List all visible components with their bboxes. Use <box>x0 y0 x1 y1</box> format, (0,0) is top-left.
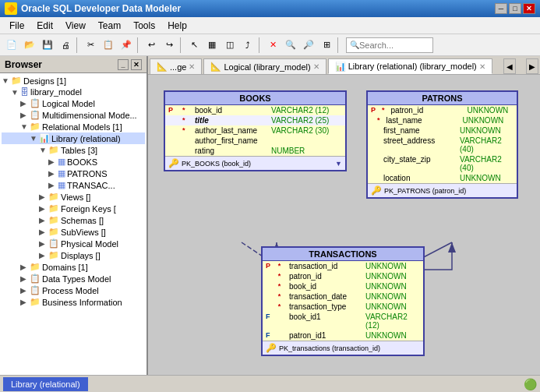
main-layout: Browser _ ✕ ▼ 📁 Designs [1] ▼ 🗄 library_… <box>0 56 540 375</box>
separator-2 <box>137 37 140 53</box>
tab-ge-label: ...ge <box>170 62 186 72</box>
maximize-button[interactable]: □ <box>509 3 521 14</box>
tree-designs[interactable]: ▼ 📁 Designs [1] <box>2 75 145 87</box>
tab-nav-left[interactable]: ◀ <box>503 58 516 74</box>
patrons-row-5: city_state_zip VARCHAR2 (40) <box>368 154 517 173</box>
tree-datatypes[interactable]: ▶ 📋 Data Types Model <box>2 273 145 284</box>
table-books-header: BOOKS <box>165 92 345 105</box>
tb-zoom-out[interactable]: 🔍 <box>282 37 299 54</box>
table-books[interactable]: BOOKS P * book_id VARCHAR2 (12) * title … <box>164 90 347 171</box>
tree-business[interactable]: ▶ 📁 Business Information <box>2 296 145 308</box>
tb-new[interactable]: 📄 <box>3 37 20 54</box>
trans-row-7: F patron_id1 UNKNOWN <box>263 330 423 341</box>
close-button[interactable]: ✕ <box>523 3 535 14</box>
tb-fit[interactable]: ⊞ <box>318 37 335 54</box>
window-controls: ─ □ ✕ <box>495 3 535 14</box>
tree-subviews[interactable]: ▶ 📁 SubViews [] <box>2 226 145 238</box>
patrons-row-1: P * patron_id UNKNOWN <box>368 105 517 115</box>
tree-patrons[interactable]: ▶ ▦ PATRONS <box>2 168 145 179</box>
tb-paste[interactable]: 📌 <box>118 37 135 54</box>
tree-multidim[interactable]: ▶ 📋 Multidimensional Mode... <box>2 109 145 121</box>
tree-process[interactable]: ▶ 📋 Process Model <box>2 284 145 296</box>
menu-tools[interactable]: Tools <box>127 19 161 33</box>
table-patrons[interactable]: PATRONS P * patron_id UNKNOWN * last_nam… <box>366 90 518 199</box>
tab-logical[interactable]: 📐 Logical (library_model) ✕ <box>203 58 326 74</box>
menu-bar: File Edit View Team Tools Help <box>0 17 540 34</box>
tb-cut[interactable]: ✂ <box>82 37 99 54</box>
tb-arrow[interactable]: ↖ <box>185 37 203 54</box>
tb-fk[interactable]: ⤴ <box>239 37 256 54</box>
tab-logical-close[interactable]: ✕ <box>313 62 319 71</box>
browser-panel: Browser _ ✕ ▼ 📁 Designs [1] ▼ 🗄 library_… <box>0 56 148 375</box>
search-box: 🔍 <box>346 37 433 53</box>
trans-row-3: * book_id UNKNOWN <box>263 281 423 291</box>
title-bar: 🔶 Oracle SQL Developer Data Modeler ─ □ … <box>0 0 540 17</box>
separator-5 <box>337 37 341 53</box>
status-bar: Library (relational) 🟢 <box>0 375 540 392</box>
tab-nav-right[interactable]: ▶ <box>526 58 538 74</box>
separator-1 <box>76 37 79 53</box>
tree-domains[interactable]: ▶ 📁 Domains [1] <box>2 261 145 273</box>
tb-undo[interactable]: ↩ <box>143 37 160 54</box>
tree-tables[interactable]: ▼ 📁 Tables [3] <box>2 144 145 156</box>
search-input[interactable] <box>359 41 429 50</box>
tb-copy[interactable]: 📋 <box>100 37 117 54</box>
menu-edit[interactable]: Edit <box>30 19 59 33</box>
menu-team[interactable]: Team <box>92 19 127 33</box>
tb-open[interactable]: 📂 <box>21 37 38 54</box>
browser-close[interactable]: ✕ <box>131 59 142 70</box>
tree-library-relational[interactable]: ▼ 📊 Library (relational) <box>2 132 145 144</box>
tabs-bar: 📐 ...ge ✕ 📐 Logical (library_model) ✕ 📊 … <box>148 56 540 75</box>
trans-row-5: * transaction_type UNKNOWN <box>263 302 423 312</box>
app-icon: 🔶 <box>5 2 17 15</box>
menu-help[interactable]: Help <box>161 19 193 33</box>
tab-ge-close[interactable]: ✕ <box>189 62 195 71</box>
tb-zoom-in[interactable]: 🔎 <box>300 37 317 54</box>
browser-tree: ▼ 📁 Designs [1] ▼ 🗄 library_model ▶ 📋 Lo… <box>0 73 146 375</box>
tree-books[interactable]: ▶ ▦ BOOKS <box>2 156 145 168</box>
status-tab-library[interactable]: Library (relational) <box>3 377 88 391</box>
er-canvas-area[interactable]: BOOKS P * book_id VARCHAR2 (12) * title … <box>148 75 540 375</box>
svg-marker-5 <box>448 242 456 253</box>
browser-title: Browser <box>5 59 42 70</box>
tab-library-close[interactable]: ✕ <box>479 62 485 71</box>
minimize-button[interactable]: ─ <box>495 3 507 14</box>
separator-4 <box>259 37 262 53</box>
trans-row-2: * patron_id UNKNOWN <box>263 271 423 281</box>
app-title: Oracle SQL Developer Data Modeler <box>21 3 495 14</box>
tree-transactions[interactable]: ▶ ▦ TRANSAC... <box>2 179 145 191</box>
trans-row-6: F book_id1 VARCHAR2 (12) <box>263 312 423 330</box>
table-patrons-header: PATRONS <box>368 92 517 105</box>
books-row-3: * author_last_name VARCHAR2 (30) <box>165 125 345 136</box>
browser-minimize[interactable]: _ <box>118 59 129 70</box>
tab-ge[interactable]: 📐 ...ge ✕ <box>150 58 202 74</box>
separator-3 <box>180 37 183 53</box>
menu-file[interactable]: File <box>3 19 30 33</box>
status-tab-label: Library (relational) <box>11 380 80 389</box>
er-canvas: BOOKS P * book_id VARCHAR2 (12) * title … <box>156 83 506 348</box>
tb-print[interactable]: 🖨 <box>57 37 74 54</box>
tb-save[interactable]: 💾 <box>39 37 56 54</box>
tb-delete[interactable]: ✕ <box>264 37 281 54</box>
tree-logical-model[interactable]: ▶ 📋 Logical Model <box>2 97 145 109</box>
books-footer: 🔑 PK_BOOKS (book_id) ▼ <box>165 156 345 170</box>
transactions-footer: 🔑 PK_transactions (transaction_id) <box>263 341 423 355</box>
tree-schemas[interactable]: ▶ 📁 Schemas [] <box>2 214 145 226</box>
tab-library[interactable]: 📊 Library (relational) (library_model) ✕ <box>328 58 492 74</box>
table-transactions[interactable]: TRANSACTIONS P * transaction_id UNKNOWN … <box>261 246 425 356</box>
tree-fk[interactable]: ▶ 📁 Foreign Keys [ <box>2 203 145 214</box>
tree-library-model[interactable]: ▼ 🗄 library_model <box>2 87 145 97</box>
menu-view[interactable]: View <box>59 19 92 33</box>
patrons-row-6: location UNKNOWN <box>368 173 517 183</box>
trans-row-4: * transaction_date UNKNOWN <box>263 291 423 302</box>
status-icon: 🟢 <box>524 378 537 390</box>
tb-view[interactable]: ◫ <box>221 37 238 54</box>
tree-relational-models[interactable]: ▼ 📁 Relational Models [1] <box>2 121 145 132</box>
tree-views[interactable]: ▶ 📁 Views [] <box>2 191 145 203</box>
books-row-2: * title VARCHAR2 (25) <box>165 115 345 125</box>
tb-table[interactable]: ▦ <box>203 37 221 54</box>
tree-displays[interactable]: ▶ 📁 Displays [] <box>2 249 145 261</box>
tree-physical[interactable]: ▶ 📋 Physical Model <box>2 238 145 249</box>
tb-redo[interactable]: ↪ <box>161 37 178 54</box>
books-row-4: author_first_name <box>165 136 345 146</box>
